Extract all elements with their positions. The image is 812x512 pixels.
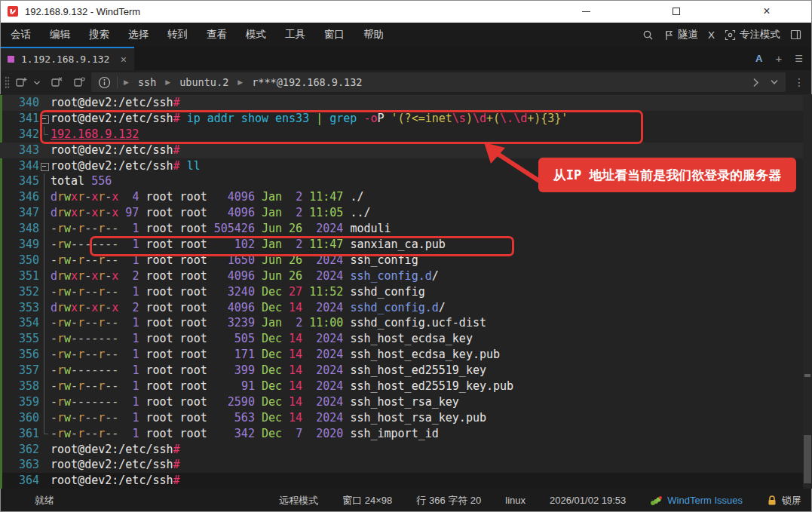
scrollbar-thumb[interactable] (804, 435, 811, 483)
history-dropdown-icon[interactable] (770, 79, 779, 85)
fold-toggle-icon[interactable] (39, 158, 51, 174)
maximize-button[interactable] (631, 0, 722, 23)
line-number[interactable]: 353 (2, 300, 39, 316)
status-cursor-position[interactable]: 行 366 字符 20 (416, 494, 481, 507)
new-tab-dropdown[interactable] (33, 80, 41, 85)
terminal-line: 354-rw-r--r-- 1 root root 3239 Jan 2 11:… (0, 315, 812, 331)
terminal-text: -rw-r--r-- 1 root root 563 Dec 14 2024 s… (51, 410, 812, 426)
breadcrumb-segment-group[interactable]: ubuntu.2 (176, 76, 231, 88)
fold-gutter (39, 300, 51, 316)
close-button[interactable]: × (722, 0, 812, 23)
line-number[interactable]: 358 (2, 379, 39, 394)
line-number[interactable]: 360 (2, 410, 39, 426)
tunnel-button[interactable]: 隧道 (663, 28, 698, 41)
new-tab-icon (15, 76, 28, 88)
fold-gutter (39, 379, 51, 394)
line-number[interactable]: 354 (2, 315, 39, 331)
terminal-line: 364root@dev2:/etc/ssh# (0, 473, 812, 489)
terminal[interactable]: 340root@dev2:/etc/ssh#341root@dev2:/etc/… (0, 94, 812, 489)
terminal-text: -rw------- 1 root root 2590 Dec 14 2024 … (51, 394, 812, 410)
terminal-text: -rw------- 1 root root 399 Dec 14 2024 s… (51, 363, 812, 379)
menu-item[interactable]: 会话 (11, 28, 31, 41)
line-number[interactable]: 352 (2, 284, 39, 300)
line-number[interactable]: 364 (2, 473, 39, 489)
line-number[interactable]: 357 (2, 363, 39, 379)
line-number[interactable]: 346 (2, 189, 39, 205)
x-server-button[interactable]: X (708, 29, 715, 41)
menu-item[interactable]: 帮助 (363, 28, 384, 41)
status-clock: 2026/01/02 19:53 (550, 495, 626, 506)
menu-item[interactable]: 窗口 (324, 28, 345, 41)
tab-close-icon[interactable]: × (121, 54, 127, 66)
more-options-icon[interactable]: ⋮ (791, 76, 807, 88)
breadcrumb-segment-host[interactable]: r***@192.168.9.132 (249, 76, 365, 88)
minimize-icon (582, 11, 590, 12)
line-number[interactable]: 350 (2, 253, 39, 268)
line-number[interactable]: 351 (2, 268, 39, 284)
line-number[interactable]: 347 (2, 205, 39, 221)
layout-panel-icon[interactable] (790, 29, 801, 40)
line-number[interactable]: 363 (2, 457, 39, 473)
clone-tab-button[interactable] (73, 76, 86, 88)
line-number[interactable]: 359 (2, 394, 39, 410)
line-number[interactable]: 362 (2, 442, 39, 458)
line-number[interactable]: 344 (2, 158, 39, 174)
menu-item[interactable]: 搜索 (89, 28, 109, 41)
separator (117, 76, 118, 88)
breadcrumb-segment-protocol[interactable]: ssh (135, 76, 159, 88)
new-tab-button[interactable] (15, 76, 28, 88)
session-color-icon (8, 56, 14, 63)
status-mode[interactable]: 远程模式 (279, 494, 318, 507)
status-issues-link[interactable]: WindTerm Issues (650, 495, 743, 506)
tab-list-icon[interactable]: ☰ (795, 54, 803, 64)
terminal-line: 342192.168.9.132 (0, 127, 812, 143)
line-number[interactable]: 342 (2, 127, 39, 143)
address-field[interactable]: ▶ ssh ▶ ubuntu.2 ▶ r***@192.168.9.132 (91, 72, 786, 92)
line-number[interactable]: 361 (2, 426, 39, 442)
fold-gutter (39, 442, 51, 458)
menu-bar: 会话编辑搜索选择转到查看模式工具窗口帮助 隧道 X 专注模式 (0, 23, 812, 47)
terminal-line: 363root@dev2:/etc/ssh# (0, 457, 812, 473)
status-window-size[interactable]: 窗口 24×98 (342, 494, 392, 507)
menu-item[interactable]: 模式 (246, 28, 266, 41)
status-lock-button[interactable]: 锁屏 (767, 494, 801, 507)
fold-toggle-icon[interactable] (39, 111, 51, 127)
new-session-button[interactable]: + (775, 52, 782, 65)
line-number[interactable]: 341 (2, 111, 39, 127)
terminal-text: root@dev2:/etc/ssh# (51, 457, 812, 473)
menu-item[interactable]: 查看 (207, 28, 227, 41)
line-number[interactable]: 343 (2, 143, 39, 158)
tab-session-192-168-9-132[interactable]: 1.192.168.9.132 × (0, 47, 134, 70)
menu-item[interactable]: 编辑 (50, 28, 70, 41)
search-icon[interactable] (642, 29, 654, 41)
minimize-button[interactable] (541, 0, 631, 23)
scrollbar[interactable] (803, 94, 812, 489)
menu-item[interactable]: 选择 (128, 28, 149, 41)
info-icon[interactable] (98, 76, 111, 89)
terminal-text: -rw------- 1 root root 102 Jan 2 11:47 s… (51, 237, 812, 253)
menu-items: 会话编辑搜索选择转到查看模式工具窗口帮助 (11, 28, 384, 41)
line-number[interactable]: 345 (2, 173, 39, 189)
fold-gutter (39, 237, 51, 253)
close-tab-button[interactable] (51, 76, 63, 88)
focus-mode-button[interactable]: 专注模式 (725, 28, 780, 41)
terminal-line: 356-rw-r--r-- 1 root root 171 Dec 14 202… (0, 347, 812, 363)
line-number[interactable]: 356 (2, 347, 39, 363)
fold-gutter (39, 284, 51, 300)
status-issues-label: WindTerm Issues (667, 495, 743, 506)
terminal-text: -rw-r--r-- 1 root root 91 Dec 14 2024 ss… (51, 379, 812, 394)
line-number[interactable]: 340 (2, 95, 39, 111)
drag-handle[interactable] (5, 76, 10, 89)
menu-item[interactable]: 转到 (167, 28, 188, 41)
terminal-line: 348-rw-r--r-- 1 root root 505426 Jun 26 … (0, 221, 812, 237)
lock-icon (767, 495, 777, 506)
menu-item[interactable]: 工具 (285, 28, 305, 41)
go-chevron-icon[interactable] (752, 78, 759, 87)
font-size-button[interactable]: A (755, 53, 762, 64)
line-number[interactable]: 355 (2, 331, 39, 347)
chevron-down-icon (33, 80, 41, 85)
status-os[interactable]: linux (505, 495, 526, 506)
line-number[interactable]: 348 (2, 221, 39, 237)
line-number[interactable]: 349 (2, 237, 39, 253)
address-field-tools (752, 78, 779, 87)
